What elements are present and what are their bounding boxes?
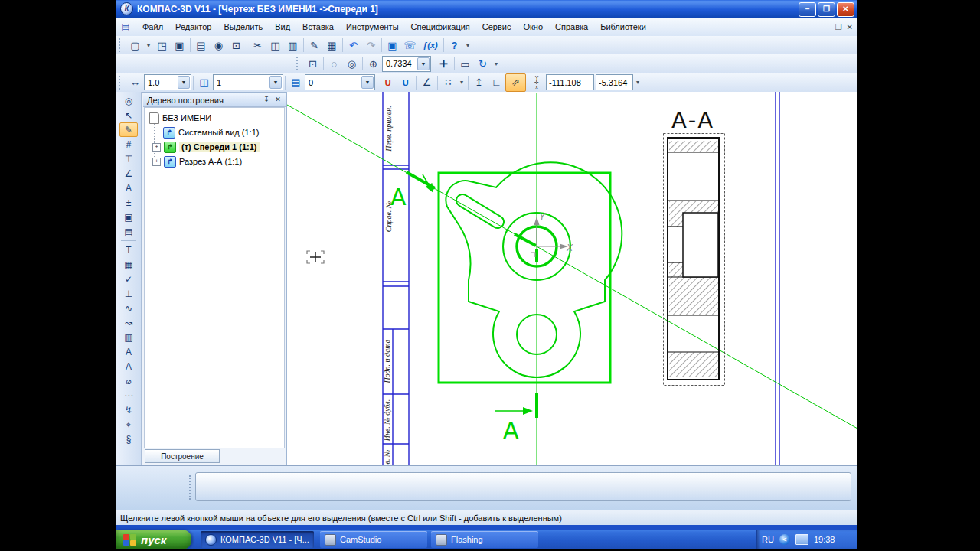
child-minimize-button[interactable]: – bbox=[826, 23, 831, 31]
minimize-button[interactable]: – bbox=[799, 2, 816, 17]
current-layer-combo[interactable]: 0 ▼ bbox=[305, 74, 375, 90]
drawing-canvas[interactable]: Перв. примен. Справ. № Подп. и дата Инв.… bbox=[287, 92, 858, 465]
tree-item-system-view[interactable]: ↱ Системный вид (1:1) bbox=[163, 126, 259, 139]
library-manager-button[interactable]: ☏ bbox=[401, 37, 419, 54]
text-icon[interactable]: Т bbox=[119, 243, 138, 257]
menu-editor[interactable]: Редактор bbox=[169, 18, 217, 35]
snap-magnet-button[interactable]: ∪ bbox=[379, 74, 397, 90]
zoom-area-button[interactable]: ⊡ bbox=[304, 56, 322, 72]
forbid-snap-button[interactable]: ∪ bbox=[397, 74, 414, 90]
specification-button[interactable]: ▦ bbox=[323, 37, 341, 54]
spellcheck-icon[interactable]: ✓ bbox=[119, 272, 138, 286]
text-down-icon[interactable]: A bbox=[119, 344, 138, 359]
expander-plus-icon[interactable]: + bbox=[152, 158, 161, 166]
grid-dropdown-arrow[interactable]: ▾ bbox=[457, 74, 466, 90]
child-close-button[interactable]: ✕ bbox=[847, 23, 853, 31]
spline-icon[interactable]: ↝ bbox=[119, 315, 138, 330]
chevron-down-icon[interactable]: ▼ bbox=[178, 76, 190, 89]
zoom-scale-combo[interactable]: 0.7334 ▼ bbox=[382, 56, 431, 72]
text-right-icon[interactable]: A bbox=[119, 359, 138, 373]
current-step-combo[interactable]: 1 ▼ bbox=[213, 74, 283, 90]
zoom-marquee-button[interactable]: ◌ bbox=[325, 56, 343, 72]
front-view-geometry[interactable]: А А bbox=[287, 93, 858, 465]
chevron-down-icon[interactable]: ▼ bbox=[270, 76, 282, 89]
open-button[interactable]: ◳ bbox=[153, 37, 171, 54]
section-view-a-a[interactable]: А-А bbox=[664, 107, 725, 386]
new-button[interactable]: ▢ bbox=[126, 37, 144, 54]
sheet-frame-lines[interactable] bbox=[383, 92, 779, 465]
show-document-button[interactable]: ▭ bbox=[456, 56, 474, 72]
pin-icon[interactable]: ↧ bbox=[261, 95, 272, 105]
tolerance-icon[interactable]: ± bbox=[119, 195, 138, 210]
section-line-a-a[interactable] bbox=[287, 105, 858, 429]
copy-button[interactable]: ◫ bbox=[266, 37, 284, 54]
display-tray-icon[interactable] bbox=[795, 534, 808, 545]
pan-button[interactable]: ✛ bbox=[435, 56, 452, 72]
tools-icon[interactable]: ⊤ bbox=[119, 152, 138, 166]
tree-root-item[interactable]: БЕЗ ИМЕНИ bbox=[149, 112, 211, 124]
save-button[interactable]: ▣ bbox=[171, 37, 188, 54]
selection-icon[interactable]: ↖ bbox=[119, 108, 138, 122]
chevron-down-icon[interactable]: ▼ bbox=[417, 57, 430, 70]
diameter-icon[interactable]: ⌀ bbox=[119, 373, 138, 388]
print-preview-button[interactable]: ◉ bbox=[210, 37, 227, 54]
ortho-drawing-button[interactable]: ⇗ bbox=[505, 73, 526, 92]
geometry-icon[interactable]: ◎ bbox=[119, 93, 138, 108]
construction-tree-icon[interactable]: ✎ bbox=[119, 122, 138, 137]
child-restore-button[interactable]: ❐ bbox=[835, 23, 842, 31]
clock[interactable]: 19:38 bbox=[814, 535, 835, 544]
tree-item-front-view[interactable]: + ↱ (т) Спереди 1 (1:1) bbox=[152, 141, 260, 153]
context-help-button[interactable]: ? bbox=[446, 37, 463, 54]
print-button[interactable]: ▤ bbox=[192, 37, 210, 54]
menu-libraries[interactable]: Библиотеки bbox=[594, 18, 652, 35]
redo-button[interactable]: ↷ bbox=[362, 37, 380, 54]
kompas-tray-icon[interactable]: < bbox=[779, 534, 790, 545]
tab-construction[interactable]: Построение bbox=[145, 449, 220, 463]
state-toolbar-overflow-arrow[interactable]: ▾ bbox=[633, 74, 642, 90]
constraints-icon[interactable]: ∠ bbox=[119, 166, 138, 181]
document-icon[interactable]: ▤ bbox=[119, 224, 138, 239]
menu-window[interactable]: Окно bbox=[517, 18, 549, 35]
zoom-in-out-button[interactable]: ◎ bbox=[343, 56, 361, 72]
measure-icon[interactable]: A bbox=[119, 181, 138, 195]
expander-plus-icon[interactable]: + bbox=[152, 143, 161, 152]
fx-variables-button[interactable]: ƒ(x) bbox=[419, 37, 442, 54]
quick-lines-icon[interactable]: ↯ bbox=[119, 403, 138, 417]
table-icon[interactable]: ▦ bbox=[119, 257, 138, 272]
menu-service[interactable]: Сервис bbox=[476, 18, 518, 35]
angle-snap-button[interactable]: ∠ bbox=[418, 74, 436, 90]
cursor-x-field[interactable]: -5.3164 bbox=[596, 74, 633, 90]
target-icon[interactable]: ⌖ bbox=[119, 417, 138, 432]
centerline-icon[interactable]: ⋯ bbox=[119, 388, 138, 403]
snap-grid-icon[interactable]: # bbox=[119, 137, 138, 152]
state-toolbar-drag-handle[interactable] bbox=[119, 76, 123, 90]
fence-icon[interactable]: ▥ bbox=[119, 330, 138, 344]
menu-view[interactable]: Вид bbox=[269, 18, 296, 35]
current-scale-combo[interactable]: 1.0 ▼ bbox=[144, 74, 191, 90]
tree-item-section-view[interactable]: + ↱ Разрез А-А (1:1) bbox=[152, 155, 242, 168]
toolbar-drag-handle[interactable] bbox=[119, 38, 123, 52]
menu-file[interactable]: Файл bbox=[136, 18, 169, 35]
menu-tools[interactable]: Инструменты bbox=[340, 18, 405, 35]
part-outline[interactable] bbox=[446, 162, 622, 377]
copy-properties-button[interactable]: ✎ bbox=[305, 37, 323, 54]
menu-help[interactable]: Справка bbox=[549, 18, 594, 35]
cursor-y-field[interactable]: -111.108 bbox=[546, 74, 594, 90]
toolbar-overflow-arrow[interactable]: ▾ bbox=[463, 37, 472, 54]
new-dropdown-arrow[interactable]: ▾ bbox=[144, 37, 153, 54]
taskbar-task-camstudio[interactable]: CamStudio bbox=[320, 531, 427, 548]
view-toolbar-drag-handle[interactable] bbox=[296, 57, 301, 70]
menu-specification[interactable]: Спецификация bbox=[405, 18, 476, 35]
paste-button[interactable]: ▥ bbox=[284, 37, 302, 54]
chevron-down-icon[interactable]: ▼ bbox=[361, 76, 374, 89]
close-button[interactable]: ✕ bbox=[837, 2, 854, 17]
spring-icon[interactable]: § bbox=[119, 432, 138, 446]
zoom-in-button[interactable]: ⊕ bbox=[364, 56, 382, 72]
print-setup-button[interactable]: ⊡ bbox=[227, 37, 245, 54]
refresh-view-button[interactable]: ↻ bbox=[474, 56, 492, 72]
taskbar-task-kompas[interactable]: КОМПАС-3D V11 - [Ч... bbox=[201, 531, 314, 548]
property-bar-field[interactable] bbox=[195, 472, 851, 501]
taskbar-task-flashing[interactable]: Flashing bbox=[431, 531, 538, 548]
menu-select[interactable]: Выделить bbox=[217, 18, 269, 35]
close-icon[interactable]: ✕ bbox=[273, 95, 283, 105]
